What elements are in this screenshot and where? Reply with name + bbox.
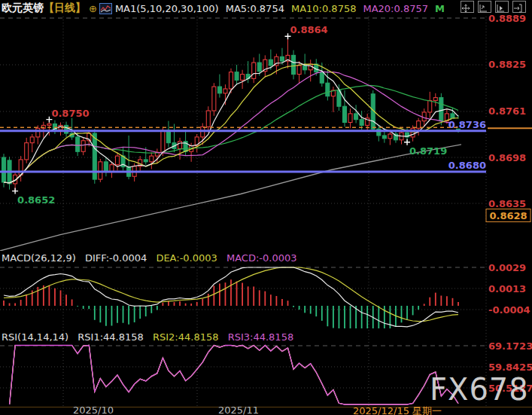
price-markers: 0.87500.88640.86520.8719 bbox=[12, 24, 447, 205]
rsi-title: RSI(14,14,14) bbox=[2, 331, 68, 343]
svg-text:-0.0004: -0.0004 bbox=[488, 304, 530, 316]
trading-chart-app: 0.88890.88250.87610.86980.86350.00290.00… bbox=[0, 0, 532, 415]
svg-text:69.1723: 69.1723 bbox=[488, 340, 532, 352]
ma30-value-label: M bbox=[435, 3, 445, 14]
svg-text:0.8825: 0.8825 bbox=[488, 59, 526, 70]
svg-text:0.8864: 0.8864 bbox=[290, 24, 328, 35]
svg-text:0.8628: 0.8628 bbox=[489, 210, 527, 221]
axis-labels: 0.88890.88250.87610.86980.86350.00290.00… bbox=[488, 13, 532, 394]
symbol-title: 欧元英镑 bbox=[2, 2, 44, 15]
pan-move-icon[interactable] bbox=[461, 1, 474, 13]
macd-histogram bbox=[4, 279, 458, 328]
chart-canvas[interactable]: 0.88890.88250.87610.86980.86350.00290.00… bbox=[0, 0, 532, 415]
svg-text:0.8652: 0.8652 bbox=[17, 194, 55, 206]
rsi3-label: RSI3:44.8158 bbox=[228, 331, 294, 343]
macd-title: MACD(26,12,9) bbox=[2, 252, 76, 264]
svg-text:0.8680: 0.8680 bbox=[448, 160, 486, 171]
chart-header: 欧元英镑 【日线】 ⊕ MA1(5,10,20,30,100) MA5:0.87… bbox=[0, 0, 532, 17]
svg-text:59.8425: 59.8425 bbox=[488, 362, 532, 373]
macd-dea-label: DEA:-0.0003 bbox=[156, 252, 217, 264]
rsi1-label: RSI1:44.8158 bbox=[78, 331, 144, 343]
gridlines bbox=[0, 17, 532, 407]
svg-text:0.8719: 0.8719 bbox=[409, 145, 447, 157]
x-axis-label-nov: 2025/11 bbox=[218, 404, 259, 415]
ma-settings-label: MA1(5,10,20,30,100) bbox=[115, 3, 219, 14]
svg-text:0.8698: 0.8698 bbox=[488, 152, 526, 163]
chart-toolbar bbox=[461, 1, 526, 16]
exit-fullscreen-icon[interactable] bbox=[512, 1, 526, 13]
svg-text:0.0013: 0.0013 bbox=[488, 283, 526, 294]
macd-diff-label: DIFF:-0.0004 bbox=[85, 252, 147, 264]
ma100-line bbox=[0, 145, 463, 251]
svg-text:0.8761: 0.8761 bbox=[488, 105, 526, 117]
x-axis-label-current-date: 2025/12/15 星期一 bbox=[353, 404, 442, 415]
x-axis-label-oct: 2025/10 bbox=[73, 404, 114, 415]
rsi-panel-header: RSI(14,14,14) RSI1:44.8158 RSI2:44.8158 … bbox=[2, 331, 293, 343]
rsi2-label: RSI2:44.8158 bbox=[153, 331, 219, 343]
macd-panel-header: MACD(26,12,9) DIFF:-0.0004 DEA:-0.0003 M… bbox=[2, 252, 297, 264]
period-label: 【日线】 bbox=[44, 2, 86, 15]
chart-type-icon[interactable] bbox=[99, 3, 112, 14]
zoom-range-icon[interactable] bbox=[478, 1, 491, 13]
svg-text:0.8736: 0.8736 bbox=[448, 119, 486, 130]
svg-text:0.8750: 0.8750 bbox=[51, 108, 89, 119]
ma10-value-label: MA10:0.8758 bbox=[291, 3, 357, 14]
svg-text:0.8635: 0.8635 bbox=[488, 198, 526, 209]
playback-chart-icon[interactable] bbox=[495, 1, 509, 13]
ma5-value-label: MA5:0.8754 bbox=[226, 3, 284, 14]
ma20-value-label: MA20:0.8757 bbox=[363, 3, 428, 14]
macd-macd-label: MACD:-0.0003 bbox=[226, 252, 297, 264]
link-target-icon[interactable]: ⊕ bbox=[89, 3, 97, 14]
svg-text:0.0029: 0.0029 bbox=[488, 262, 526, 273]
fx678-watermark: FX678 bbox=[430, 372, 529, 407]
rsi-lines bbox=[10, 346, 458, 405]
